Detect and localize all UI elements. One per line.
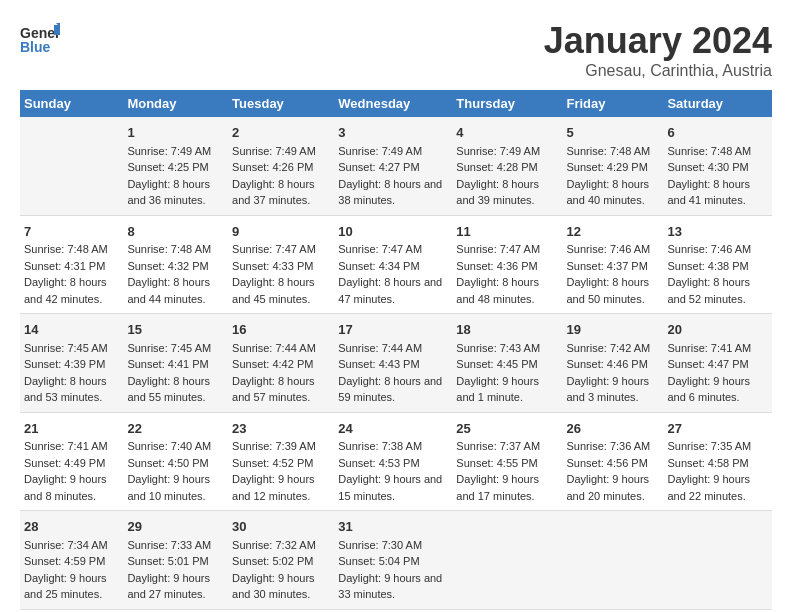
day-number: 22 bbox=[127, 419, 224, 439]
sunrise-text: Sunrise: 7:42 AM bbox=[567, 340, 660, 357]
cell-w4-d2: 22Sunrise: 7:40 AMSunset: 4:50 PMDayligh… bbox=[123, 412, 228, 511]
daylight-text: Daylight: 8 hours and 48 minutes. bbox=[456, 274, 558, 307]
day-number: 3 bbox=[338, 123, 448, 143]
logo-graphic: General Blue bbox=[20, 20, 60, 64]
daylight-text: Daylight: 8 hours and 39 minutes. bbox=[456, 176, 558, 209]
daylight-text: Daylight: 8 hours and 47 minutes. bbox=[338, 274, 448, 307]
cell-w3-d3: 16Sunrise: 7:44 AMSunset: 4:42 PMDayligh… bbox=[228, 314, 334, 413]
sunset-text: Sunset: 4:37 PM bbox=[567, 258, 660, 275]
cell-w4-d4: 24Sunrise: 7:38 AMSunset: 4:53 PMDayligh… bbox=[334, 412, 452, 511]
cell-w3-d1: 14Sunrise: 7:45 AMSunset: 4:39 PMDayligh… bbox=[20, 314, 123, 413]
day-number: 4 bbox=[456, 123, 558, 143]
cell-w2-d6: 12Sunrise: 7:46 AMSunset: 4:37 PMDayligh… bbox=[563, 215, 664, 314]
sunrise-text: Sunrise: 7:41 AM bbox=[24, 438, 119, 455]
week-row-1: 1Sunrise: 7:49 AMSunset: 4:25 PMDaylight… bbox=[20, 117, 772, 215]
week-row-2: 7Sunrise: 7:48 AMSunset: 4:31 PMDaylight… bbox=[20, 215, 772, 314]
cell-w3-d6: 19Sunrise: 7:42 AMSunset: 4:46 PMDayligh… bbox=[563, 314, 664, 413]
header-thursday: Thursday bbox=[452, 90, 562, 117]
cell-w5-d4: 31Sunrise: 7:30 AMSunset: 5:04 PMDayligh… bbox=[334, 511, 452, 610]
cell-w3-d7: 20Sunrise: 7:41 AMSunset: 4:47 PMDayligh… bbox=[663, 314, 772, 413]
cell-w2-d5: 11Sunrise: 7:47 AMSunset: 4:36 PMDayligh… bbox=[452, 215, 562, 314]
sunset-text: Sunset: 4:30 PM bbox=[667, 159, 768, 176]
daylight-text: Daylight: 9 hours and 22 minutes. bbox=[667, 471, 768, 504]
sunrise-text: Sunrise: 7:48 AM bbox=[127, 241, 224, 258]
cell-w2-d7: 13Sunrise: 7:46 AMSunset: 4:38 PMDayligh… bbox=[663, 215, 772, 314]
daylight-text: Daylight: 8 hours and 41 minutes. bbox=[667, 176, 768, 209]
sunset-text: Sunset: 4:43 PM bbox=[338, 356, 448, 373]
sunset-text: Sunset: 4:49 PM bbox=[24, 455, 119, 472]
daylight-text: Daylight: 9 hours and 6 minutes. bbox=[667, 373, 768, 406]
sunset-text: Sunset: 4:29 PM bbox=[567, 159, 660, 176]
cell-w5-d5 bbox=[452, 511, 562, 610]
day-number: 15 bbox=[127, 320, 224, 340]
daylight-text: Daylight: 8 hours and 57 minutes. bbox=[232, 373, 330, 406]
main-title: January 2024 bbox=[544, 20, 772, 62]
sunset-text: Sunset: 5:04 PM bbox=[338, 553, 448, 570]
sunrise-text: Sunrise: 7:47 AM bbox=[232, 241, 330, 258]
sunrise-text: Sunrise: 7:48 AM bbox=[667, 143, 768, 160]
header-saturday: Saturday bbox=[663, 90, 772, 117]
daylight-text: Daylight: 8 hours and 59 minutes. bbox=[338, 373, 448, 406]
cell-w2-d4: 10Sunrise: 7:47 AMSunset: 4:34 PMDayligh… bbox=[334, 215, 452, 314]
sunrise-text: Sunrise: 7:44 AM bbox=[338, 340, 448, 357]
page-header: General Blue January 2024 Gnesau, Carint… bbox=[20, 20, 772, 80]
daylight-text: Daylight: 9 hours and 8 minutes. bbox=[24, 471, 119, 504]
sunrise-text: Sunrise: 7:47 AM bbox=[338, 241, 448, 258]
logo: General Blue bbox=[20, 20, 60, 64]
day-number: 12 bbox=[567, 222, 660, 242]
daylight-text: Daylight: 8 hours and 44 minutes. bbox=[127, 274, 224, 307]
sunset-text: Sunset: 4:28 PM bbox=[456, 159, 558, 176]
daylight-text: Daylight: 9 hours and 25 minutes. bbox=[24, 570, 119, 603]
sunrise-text: Sunrise: 7:44 AM bbox=[232, 340, 330, 357]
daylight-text: Daylight: 9 hours and 10 minutes. bbox=[127, 471, 224, 504]
day-number: 6 bbox=[667, 123, 768, 143]
sunrise-text: Sunrise: 7:49 AM bbox=[127, 143, 224, 160]
day-number: 5 bbox=[567, 123, 660, 143]
daylight-text: Daylight: 8 hours and 36 minutes. bbox=[127, 176, 224, 209]
calendar-table: SundayMondayTuesdayWednesdayThursdayFrid… bbox=[20, 90, 772, 610]
week-row-5: 28Sunrise: 7:34 AMSunset: 4:59 PMDayligh… bbox=[20, 511, 772, 610]
sunset-text: Sunset: 4:26 PM bbox=[232, 159, 330, 176]
daylight-text: Daylight: 9 hours and 27 minutes. bbox=[127, 570, 224, 603]
day-number: 2 bbox=[232, 123, 330, 143]
daylight-text: Daylight: 8 hours and 37 minutes. bbox=[232, 176, 330, 209]
day-number: 27 bbox=[667, 419, 768, 439]
daylight-text: Daylight: 8 hours and 50 minutes. bbox=[567, 274, 660, 307]
sunrise-text: Sunrise: 7:49 AM bbox=[338, 143, 448, 160]
cell-w3-d4: 17Sunrise: 7:44 AMSunset: 4:43 PMDayligh… bbox=[334, 314, 452, 413]
sunrise-text: Sunrise: 7:37 AM bbox=[456, 438, 558, 455]
day-number: 18 bbox=[456, 320, 558, 340]
sunset-text: Sunset: 4:45 PM bbox=[456, 356, 558, 373]
cell-w2-d2: 8Sunrise: 7:48 AMSunset: 4:32 PMDaylight… bbox=[123, 215, 228, 314]
sunrise-text: Sunrise: 7:33 AM bbox=[127, 537, 224, 554]
daylight-text: Daylight: 9 hours and 20 minutes. bbox=[567, 471, 660, 504]
cell-w4-d1: 21Sunrise: 7:41 AMSunset: 4:49 PMDayligh… bbox=[20, 412, 123, 511]
daylight-text: Daylight: 8 hours and 53 minutes. bbox=[24, 373, 119, 406]
sunset-text: Sunset: 4:27 PM bbox=[338, 159, 448, 176]
cell-w4-d5: 25Sunrise: 7:37 AMSunset: 4:55 PMDayligh… bbox=[452, 412, 562, 511]
cell-w3-d2: 15Sunrise: 7:45 AMSunset: 4:41 PMDayligh… bbox=[123, 314, 228, 413]
cell-w5-d1: 28Sunrise: 7:34 AMSunset: 4:59 PMDayligh… bbox=[20, 511, 123, 610]
sunrise-text: Sunrise: 7:35 AM bbox=[667, 438, 768, 455]
cell-w2-d3: 9Sunrise: 7:47 AMSunset: 4:33 PMDaylight… bbox=[228, 215, 334, 314]
cell-w4-d7: 27Sunrise: 7:35 AMSunset: 4:58 PMDayligh… bbox=[663, 412, 772, 511]
day-number: 1 bbox=[127, 123, 224, 143]
day-number: 13 bbox=[667, 222, 768, 242]
cell-w4-d3: 23Sunrise: 7:39 AMSunset: 4:52 PMDayligh… bbox=[228, 412, 334, 511]
sunset-text: Sunset: 4:53 PM bbox=[338, 455, 448, 472]
day-number: 20 bbox=[667, 320, 768, 340]
sunrise-text: Sunrise: 7:41 AM bbox=[667, 340, 768, 357]
day-number: 19 bbox=[567, 320, 660, 340]
cell-w5-d7 bbox=[663, 511, 772, 610]
cell-w5-d6 bbox=[563, 511, 664, 610]
sunset-text: Sunset: 4:47 PM bbox=[667, 356, 768, 373]
sunset-text: Sunset: 4:56 PM bbox=[567, 455, 660, 472]
cell-w1-d5: 4Sunrise: 7:49 AMSunset: 4:28 PMDaylight… bbox=[452, 117, 562, 215]
day-number: 11 bbox=[456, 222, 558, 242]
daylight-text: Daylight: 9 hours and 17 minutes. bbox=[456, 471, 558, 504]
sunset-text: Sunset: 4:36 PM bbox=[456, 258, 558, 275]
cell-w1-d7: 6Sunrise: 7:48 AMSunset: 4:30 PMDaylight… bbox=[663, 117, 772, 215]
daylight-text: Daylight: 8 hours and 40 minutes. bbox=[567, 176, 660, 209]
sunrise-text: Sunrise: 7:48 AM bbox=[567, 143, 660, 160]
daylight-text: Daylight: 8 hours and 52 minutes. bbox=[667, 274, 768, 307]
